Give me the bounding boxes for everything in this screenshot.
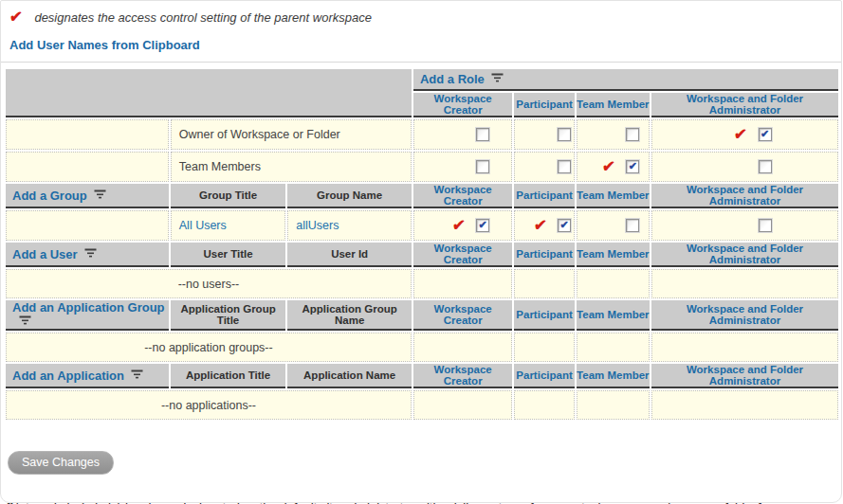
add-a-role-link[interactable]: Add a Role bbox=[420, 72, 485, 86]
parent-setting-check-icon: ✔ bbox=[733, 127, 747, 142]
team-workspace-creator-checkbox[interactable]: ✔ bbox=[476, 160, 489, 173]
table-row-all-users: All Users allUsers ✔✔ ✔✔ ✔✔ ✔✔ bbox=[6, 210, 838, 241]
empty-cell bbox=[651, 333, 838, 362]
owner-participant-checkbox[interactable]: ✔ bbox=[558, 128, 571, 141]
role-column-header: Workspace and Folder Administrator bbox=[651, 364, 838, 388]
role-column-header: Workspace Creator bbox=[413, 364, 512, 388]
empty-cell bbox=[6, 119, 169, 150]
role-column-header: Workspace and Folder Administrator bbox=[651, 300, 838, 331]
parent-setting-check-icon: ✔ bbox=[601, 159, 615, 174]
parent-setting-check-icon: ✔ bbox=[9, 9, 23, 25]
group-title-header: Group Title bbox=[171, 184, 286, 208]
group-title-cell: All Users bbox=[171, 210, 286, 241]
allusers-team-member-cell: ✔✔ bbox=[577, 210, 650, 241]
owner-wf-administrator-checkbox[interactable]: ✔ bbox=[759, 128, 772, 141]
owner-workspace-creator-cell: ✔✔ bbox=[413, 119, 512, 150]
owner-participant-cell: ✔✔ bbox=[514, 119, 574, 150]
empty-cell bbox=[6, 210, 169, 241]
role-column-header: Participant bbox=[514, 243, 574, 267]
empty-cell bbox=[577, 390, 650, 420]
user-id-header: User Id bbox=[287, 243, 412, 267]
team-wf-administrator-checkbox[interactable]: ✔ bbox=[759, 160, 772, 173]
allusers-team-member-checkbox[interactable]: ✔ bbox=[626, 219, 639, 232]
allusers-participant-checkbox[interactable]: ✔ bbox=[558, 219, 571, 232]
table-row-no-users: --no users-- bbox=[6, 269, 838, 298]
filter-icon[interactable] bbox=[131, 369, 143, 382]
allusers-wf-administrator-checkbox[interactable]: ✔ bbox=[759, 219, 772, 232]
role-column-header: Team Member bbox=[577, 243, 650, 267]
add-a-group-link[interactable]: Add a Group bbox=[12, 189, 87, 203]
table-row-no-application-groups: --no application groups-- bbox=[6, 333, 838, 362]
add-an-application-group-link[interactable]: Add an Application Group bbox=[12, 300, 165, 315]
allusers-wf-administrator-cell: ✔✔ bbox=[651, 210, 838, 241]
role-column-header: Team Member bbox=[577, 364, 650, 388]
application-group-title-header: Application Group Title bbox=[171, 300, 286, 331]
role-column-header: Team Member bbox=[577, 93, 650, 117]
team-workspace-creator-cell: ✔✔ bbox=[413, 152, 512, 182]
user-title-header: User Title bbox=[171, 243, 286, 267]
role-column-header: Team Member bbox=[577, 184, 650, 208]
application-name-header: Application Name bbox=[287, 364, 412, 388]
checkbox-check-icon: ✔ bbox=[761, 129, 769, 139]
legend-text: designates the access control setting of… bbox=[34, 10, 372, 25]
no-application-groups-message: --no application groups-- bbox=[6, 333, 412, 362]
all-users-link[interactable]: All Users bbox=[179, 219, 227, 232]
allusers-workspace-creator-cell: ✔✔ bbox=[413, 210, 512, 241]
access-control-table: Add a Role Workspace Creator Participant… bbox=[4, 67, 840, 422]
team-team-member-cell: ✔✔ bbox=[577, 152, 650, 182]
add-user-names-from-clipboard-link[interactable]: Add User Names from Clipboard bbox=[9, 38, 200, 52]
owner-team-member-cell: ✔✔ bbox=[577, 119, 650, 150]
team-team-member-checkbox[interactable]: ✔ bbox=[626, 160, 639, 173]
empty-cell bbox=[413, 333, 512, 362]
empty-cell bbox=[651, 269, 838, 298]
owner-team-member-checkbox[interactable]: ✔ bbox=[626, 128, 639, 141]
allusers-workspace-creator-checkbox[interactable]: ✔ bbox=[476, 219, 489, 232]
no-applications-message: --no applications-- bbox=[6, 390, 412, 420]
parent-setting-check-icon: ✔ bbox=[451, 218, 466, 233]
add-an-application-link[interactable]: Add an Application bbox=[12, 369, 124, 383]
role-column-header: Workspace Creator bbox=[413, 93, 512, 117]
table-row-team-members: Team Members ✔✔ ✔✔ ✔✔ ✔✔ bbox=[6, 152, 838, 182]
checkbox-check-icon: ✔ bbox=[559, 220, 568, 230]
section-header-add-a-group: Add a Group bbox=[6, 184, 169, 208]
section-header-add-an-application-group: Add an Application Group bbox=[6, 300, 169, 331]
admin-note: [Note: admin (admin) has been designated… bbox=[6, 500, 841, 504]
role-column-header: Workspace Creator bbox=[413, 243, 512, 267]
filter-icon[interactable] bbox=[19, 315, 31, 328]
empty-cell bbox=[514, 390, 574, 420]
parent-setting-legend: ✔ designates the access control setting … bbox=[9, 9, 841, 25]
checkbox-check-icon: ✔ bbox=[479, 220, 487, 230]
role-column-header: Participant bbox=[514, 300, 574, 331]
empty-cell bbox=[651, 390, 838, 420]
role-column-header: Participant bbox=[514, 364, 574, 388]
filter-icon[interactable] bbox=[491, 72, 504, 85]
filter-icon[interactable] bbox=[94, 189, 106, 202]
allusers-participant-cell: ✔✔ bbox=[514, 210, 574, 241]
empty-cell bbox=[514, 333, 574, 362]
group-name-cell: allUsers bbox=[287, 210, 412, 241]
owner-wf-administrator-cell: ✔✔ bbox=[651, 119, 838, 150]
divider bbox=[1, 62, 841, 63]
application-group-name-header: Application Group Name bbox=[287, 300, 412, 331]
row-label-owner: Owner of Workspace or Folder bbox=[171, 119, 412, 150]
parent-setting-check-icon: ✔ bbox=[533, 218, 547, 233]
allusers-name-link[interactable]: allUsers bbox=[296, 219, 339, 232]
team-participant-cell: ✔✔ bbox=[514, 152, 574, 182]
role-column-header: Workspace and Folder Administrator bbox=[651, 93, 838, 117]
group-name-header: Group Name bbox=[287, 184, 412, 208]
section-header-add-a-role: Add a Role bbox=[413, 69, 838, 91]
filter-icon[interactable] bbox=[84, 247, 97, 261]
checkbox-check-icon: ✔ bbox=[629, 161, 637, 171]
application-title-header: Application Title bbox=[171, 364, 286, 388]
empty-cell bbox=[577, 333, 650, 362]
owner-workspace-creator-checkbox[interactable]: ✔ bbox=[476, 128, 489, 141]
role-column-header: Participant bbox=[514, 93, 574, 117]
team-wf-administrator-cell: ✔✔ bbox=[651, 152, 838, 182]
role-column-header: Workspace Creator bbox=[413, 184, 512, 208]
team-participant-checkbox[interactable]: ✔ bbox=[558, 160, 571, 173]
role-column-header: Workspace and Folder Administrator bbox=[651, 243, 838, 267]
add-a-user-link[interactable]: Add a User bbox=[12, 247, 78, 261]
no-users-message: --no users-- bbox=[6, 269, 412, 298]
save-changes-button[interactable]: Save Changes bbox=[8, 451, 114, 475]
empty-cell bbox=[577, 269, 650, 298]
